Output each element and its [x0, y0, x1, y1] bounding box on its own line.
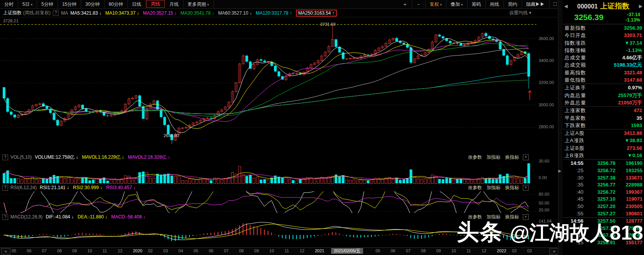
rsi-button-换指标[interactable]: 换指标: [505, 185, 519, 191]
quote-stats: 最新指数3256.39今日开盘3303.71指数涨跌▼37.14指数涨幅-1.1…: [563, 24, 644, 159]
rsi-close-icon[interactable]: ×: [523, 185, 529, 191]
stat-row: 上证B股273.56: [563, 144, 644, 152]
tool-button-筹码[interactable]: 筹码: [468, 0, 486, 8]
stat-row: 上涨家数472: [563, 107, 644, 114]
vol-button-改参数[interactable]: 改参数: [468, 154, 482, 161]
help-icon[interactable]: ?: [53, 10, 59, 16]
month-label: 06: [27, 248, 31, 253]
period-button-日线[interactable]: 日线: [128, 0, 146, 8]
month-label: 09: [254, 248, 259, 253]
month-label: 11: [103, 248, 107, 253]
tool-button-隐藏▶▶[interactable]: 隐藏▶▶: [522, 0, 549, 8]
month-label: 06: [209, 248, 213, 253]
rsi-button-改参数[interactable]: 改参数: [468, 185, 482, 191]
next-stock-arrow-icon[interactable]: ▶: [639, 3, 642, 9]
tick-row: :353256.77228988: [563, 181, 644, 189]
y-axis-label: 0.00: [539, 175, 557, 180]
peak-price-label: 3731.69: [320, 22, 336, 27]
quote-header: ◀ 000001上证指数 ▶ 3256.39 -37.14-1.13%: [563, 0, 644, 24]
month-label: 11: [284, 248, 289, 253]
stat-row: 平盘家数35: [563, 114, 644, 122]
period-button-60分钟[interactable]: 60分钟: [105, 0, 128, 8]
month-label: 2022: [497, 248, 506, 253]
rsi-canvas[interactable]: [0, 191, 558, 213]
macd-pane-header: ?MACD(12,26,9)DIF:-41.084 ↓DEA:-11.880 ↓…: [0, 213, 558, 221]
vol-close-icon[interactable]: ×: [523, 154, 529, 160]
stat-row: 指数涨跌▼37.14: [563, 39, 644, 47]
month-label: 05: [375, 248, 380, 253]
month-label: 12: [118, 248, 122, 253]
month-label: 12: [300, 248, 304, 253]
month-label: 08: [57, 248, 62, 253]
tool-button-画线[interactable]: 画线: [486, 0, 504, 8]
period-button-5日[interactable]: 5日▾: [18, 0, 37, 8]
tool-button-简约[interactable]: 简约: [504, 0, 522, 8]
scroll-right-button[interactable]: »: [549, 248, 559, 255]
stat-row: 总成交量4.66亿手: [563, 54, 644, 61]
help-icon[interactable]: ?: [2, 214, 8, 220]
ma-value: MA20:3527.15 ↓: [143, 10, 176, 16]
macd-button-换指标[interactable]: 换指标: [505, 214, 519, 220]
symbol-label: 上证指数: [3, 10, 22, 16]
axis-max-label: 3728.21: [3, 18, 19, 23]
tick-row: :253256.72193255: [563, 167, 644, 174]
help-icon[interactable]: ?: [2, 185, 8, 191]
y-axis-label: 80.00: [539, 192, 557, 196]
macd-close-icon[interactable]: ×: [523, 214, 529, 220]
macd-button-加指标[interactable]: 加指标: [487, 214, 500, 220]
ma-value: MA5:3421.83 ↓: [70, 10, 101, 16]
macd-value: DIF:-41.084 ↓: [46, 214, 74, 220]
month-label: 04: [178, 248, 183, 253]
period-button-分时[interactable]: 分时: [0, 0, 18, 8]
stat-row: 最低指数3147.68: [563, 76, 644, 84]
panel-collapse-handle[interactable]: ▶: [558, 169, 561, 173]
month-label: 10: [88, 248, 92, 253]
rsi-value: RSI2:30.999 ↓: [73, 185, 102, 190]
stat-row: 指数涨幅-1.13%: [563, 47, 644, 54]
tool-button-复权[interactable]: 复权▾: [426, 0, 447, 8]
month-label: 11: [467, 248, 471, 253]
ma-settings-button[interactable]: 设置均线 ▾: [509, 10, 531, 16]
month-label: 10: [269, 248, 274, 253]
stat-row: 下跌家数1593: [563, 122, 644, 129]
y-axis-label: 20.00: [539, 208, 557, 212]
period-button-15分钟[interactable]: 15分钟: [58, 0, 81, 8]
tool-button-－[interactable]: －: [412, 0, 426, 8]
period-button-30分钟[interactable]: 30分钟: [81, 0, 104, 8]
rsi-value: RSI1:21.141 ↓: [40, 185, 69, 190]
month-label: 12: [482, 248, 486, 253]
scroll-left-button[interactable]: «: [1, 248, 10, 255]
vol-value: MAVOL1:16.229亿 ↓: [82, 154, 124, 161]
stat-row: 总成交额5198.33亿元: [563, 61, 644, 69]
month-label: 05: [12, 248, 16, 253]
macd-canvas[interactable]: [0, 220, 558, 247]
tick-row: 14:563257.50128777: [563, 218, 644, 225]
tool-button-＋[interactable]: ＋: [399, 0, 412, 8]
period-button-月线[interactable]: 月线: [165, 0, 183, 8]
tick-row: :053257.35275868: [563, 225, 644, 232]
stat-row: 外盘总量21050万手: [563, 99, 644, 106]
y-axis-label: 3600.00: [539, 36, 557, 41]
rsi-value: RSI3:40.457 ↓: [106, 185, 135, 190]
prev-stock-arrow-icon[interactable]: ◀: [564, 3, 568, 9]
month-label: 09: [436, 248, 441, 253]
period-button-周线[interactable]: 周线: [146, 0, 165, 8]
vol-value: MAVOL2:16.328亿 ↓: [128, 154, 170, 161]
macd-button-改参数[interactable]: 改参数: [468, 214, 482, 220]
rsi-button-加指标[interactable]: 加指标: [487, 185, 500, 191]
stat-row: 今日开盘3303.71: [563, 32, 644, 39]
stat-row: 上证换手0.97%: [563, 84, 644, 91]
period-button-5分钟[interactable]: 5分钟: [37, 0, 58, 8]
tick-row: :103257.05276742: [563, 232, 644, 239]
vol-button-加指标[interactable]: 加指标: [487, 154, 500, 161]
main-candle-canvas[interactable]: [0, 17, 558, 153]
vol-button-换指标[interactable]: 换指标: [505, 154, 519, 161]
ma-values: MA5:3421.83 ↓MA10:3473.37 ↓MA20:3527.15 …: [70, 10, 296, 16]
volume-canvas[interactable]: [0, 162, 558, 184]
month-label: 03: [163, 248, 168, 253]
tool-button-叠加[interactable]: 叠加▾: [446, 0, 468, 8]
help-icon[interactable]: ?: [2, 154, 8, 160]
period-mode-label: (周线,前复权): [23, 10, 51, 16]
period-button-更多周期[interactable]: 更多周期▾: [183, 0, 214, 8]
time-axis: « 05060708091011122020020304050607080910…: [0, 247, 558, 255]
